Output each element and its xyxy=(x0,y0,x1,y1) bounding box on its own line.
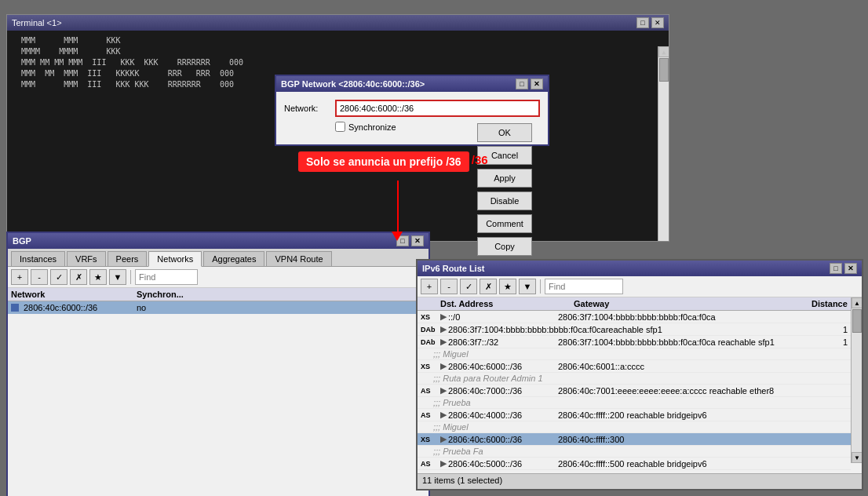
bgp-tabs: Instances VRFs Peers Networks Aggregates… xyxy=(8,249,429,267)
route-type-dab: DAb xyxy=(421,326,440,334)
tab-vpn4route[interactable]: VPN4 Route xyxy=(266,251,331,266)
terminal-close-btn[interactable]: ✕ xyxy=(651,17,664,28)
route-type-xs2: XS xyxy=(421,363,440,370)
bgp-network-dialog: BGP Network <2806:40c:6000::/36> □ ✕ Net… xyxy=(275,75,549,146)
bgp-add-btn[interactable]: + xyxy=(11,269,28,285)
tab-instances[interactable]: Instances xyxy=(11,251,65,266)
ipv6-comment-row: ;;; Prueba Fa xyxy=(418,446,851,458)
route-type-as2: AS xyxy=(421,411,440,419)
dialog-network-label: Network: xyxy=(284,104,335,113)
bgp-remove-btn[interactable]: - xyxy=(31,269,48,285)
ipv6-scroll-thumb[interactable] xyxy=(852,309,862,333)
ipv6-add-btn[interactable]: + xyxy=(421,279,438,294)
terminal-scroll-up[interactable]: ▲ xyxy=(658,46,669,57)
dialog-sync-checkbox[interactable] xyxy=(335,122,345,132)
ipv6-toolbar-separator xyxy=(540,279,541,294)
route-type-xs3: XS xyxy=(421,436,440,443)
ipv6-row[interactable]: AS ▶ 2806:40c:7000::/36 2806:40c:7001:ee… xyxy=(418,385,851,397)
bgp-check-btn[interactable]: ✓ xyxy=(50,269,67,285)
ipv6-row[interactable]: XS ▶ 2806:40c:6000::/36 2806:40c:6001::a… xyxy=(418,360,851,373)
ipv6-check-btn[interactable]: ✓ xyxy=(460,279,477,294)
route-type-as3: AS xyxy=(421,460,440,468)
tab-networks[interactable]: Networks xyxy=(148,251,202,267)
ipv6-row[interactable]: XS ▶ ::/0 2806:3f7:1004:bbbb:bbbb:bbbb:f… xyxy=(418,311,851,323)
ipv6-col-gw: Gateway xyxy=(574,299,811,308)
dialog-network-input[interactable] xyxy=(335,100,540,117)
bgp-col-synch: Synchron... xyxy=(137,290,425,299)
bgp-titlebar: BGP □ ✕ xyxy=(8,233,429,249)
route-icon xyxy=(11,304,19,312)
bgp-x-btn[interactable]: ✗ xyxy=(70,269,87,285)
ipv6-close-btn[interactable]: ✕ xyxy=(844,263,857,274)
bgp-filter-btn[interactable]: ▼ xyxy=(109,269,126,285)
dialog-disable-btn[interactable]: Disable xyxy=(477,191,532,210)
terminal-scroll-thumb[interactable] xyxy=(659,58,669,82)
bgp-window: BGP □ ✕ Instances VRFs Peers Networks Ag… xyxy=(6,232,430,496)
route-type-as: AS xyxy=(421,387,440,395)
tab-aggregates[interactable]: Aggregates xyxy=(203,251,264,266)
bgp-toolbar: + - ✓ ✗ ★ ▼ xyxy=(8,267,429,288)
bgp-find-input[interactable] xyxy=(135,269,198,285)
dialog-title: BGP Network <2806:40c:6000::/36> xyxy=(281,79,425,89)
dialog-copy-btn[interactable]: Copy xyxy=(477,237,532,256)
bgp-star-btn[interactable]: ★ xyxy=(89,269,107,285)
dialog-minimize-btn[interactable]: □ xyxy=(516,78,528,89)
ipv6-row[interactable]: AS ▶ 2806:40c:4000::/36 2806:40c:ffff::2… xyxy=(418,409,851,421)
ipv6-scroll-down[interactable]: ▼ xyxy=(852,452,862,463)
ipv6-star-btn[interactable]: ★ xyxy=(499,279,516,294)
dialog-apply-btn[interactable]: Apply xyxy=(477,169,532,188)
ipv6-status-text: 11 items (1 selected) xyxy=(422,476,502,485)
ipv6-comment-row: ;;; Miguel xyxy=(418,348,851,360)
ipv6-scroll-up[interactable]: ▲ xyxy=(852,297,862,308)
ipv6-find-input[interactable] xyxy=(545,279,623,294)
bgp-row-synch: no xyxy=(137,303,425,312)
annotation-label: Solo se anuncia un prefijo /36 xyxy=(298,151,469,172)
route-type-xs: XS xyxy=(421,313,440,321)
ipv6-remove-btn[interactable]: - xyxy=(440,279,458,294)
ipv6-row[interactable]: DAb ▶ 2806:3f7::/32 2806:3f7:1004:bbbb:b… xyxy=(418,336,851,348)
dialog-comment-btn[interactable]: Comment xyxy=(477,214,532,233)
dialog-ok-btn[interactable]: OK xyxy=(477,123,532,142)
bgp-row-network: 2806:40c:6000::/36 xyxy=(11,303,137,312)
dialog-close-btn[interactable]: ✕ xyxy=(531,78,543,89)
bgp-table-header: Network Synchron... xyxy=(8,288,429,301)
terminal-title: Terminal <1> xyxy=(12,18,62,27)
route-type-dab2: DAb xyxy=(421,338,440,346)
ipv6-title: IPv6 Route List xyxy=(422,264,484,273)
ipv6-row[interactable]: DAb ▶ 2806:3f7:1004:bbbb:bbbb:bbbb:f0ca:… xyxy=(418,323,851,336)
ipv6-comment-row: ;;; Prueba xyxy=(418,397,851,409)
ipv6-window: IPv6 Route List □ ✕ + - ✓ ✗ ★ ▼ Dst. Add… xyxy=(416,259,863,491)
toolbar-separator xyxy=(130,270,131,284)
dialog-sync-label: Synchronize xyxy=(348,122,396,132)
ipv6-col-dst: Dst. Address xyxy=(440,299,574,308)
terminal-scrollbar[interactable]: ▲ xyxy=(658,46,669,241)
ipv6-table-body: XS ▶ ::/0 2806:3f7:1004:bbbb:bbbb:bbbb:f… xyxy=(418,311,862,476)
bgp-table-row[interactable]: 2806:40c:6000::/36 no xyxy=(8,301,429,314)
ipv6-scrollbar[interactable]: ▲ ▼ xyxy=(851,297,862,463)
dialog-titlebar: BGP Network <2806:40c:6000::/36> □ ✕ xyxy=(276,76,548,92)
ipv6-toolbar: + - ✓ ✗ ★ ▼ xyxy=(418,276,862,297)
tab-peers[interactable]: Peers xyxy=(108,251,148,266)
terminal-minimize-btn[interactable]: □ xyxy=(636,17,649,28)
ipv6-comment-row: ;;; Ruta para Router Admin 1 xyxy=(418,373,851,385)
dialog-network-row: Network: xyxy=(284,100,540,117)
ipv6-row-selected[interactable]: XS ▶ 2806:40c:6000::/36 2806:40c:ffff::3… xyxy=(418,433,851,446)
bgp-col-network: Network xyxy=(11,290,137,299)
ipv6-comment-row: ;;; Miguel xyxy=(418,421,851,433)
bgp-close-btn[interactable]: ✕ xyxy=(411,235,424,246)
annotation-arrow-head xyxy=(392,232,403,241)
ipv6-x-btn[interactable]: ✗ xyxy=(480,279,497,294)
ipv6-minimize-btn[interactable]: □ xyxy=(830,263,842,274)
ipv6-statusbar: 11 items (1 selected) xyxy=(418,473,862,489)
ipv6-filter-btn[interactable]: ▼ xyxy=(519,279,536,294)
ipv6-table-header: Dst. Address Gateway Distance xyxy=(418,297,862,311)
dialog-body: Network: Synchronize OK Cancel Apply Dis… xyxy=(276,92,548,144)
bgp-title: BGP xyxy=(13,236,31,246)
ipv6-row[interactable]: AS ▶ 2806:40c:5000::/36 2806:40c:ffff::5… xyxy=(418,458,851,470)
ipv6-titlebar: IPv6 Route List □ ✕ xyxy=(418,261,862,276)
tab-vrfs[interactable]: VRFs xyxy=(67,251,106,266)
annotation-arrow-line xyxy=(397,181,399,235)
terminal-titlebar: Terminal <1> □ ✕ xyxy=(7,15,669,31)
dialog-buttons: OK Cancel Apply Disable Comment Copy xyxy=(477,123,532,256)
